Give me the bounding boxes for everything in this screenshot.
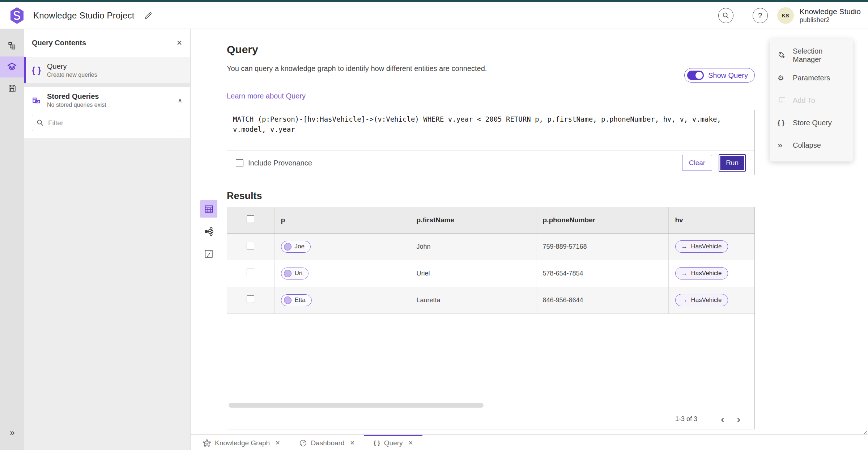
rail-item-save[interactable] (0, 77, 24, 98)
braces-icon: { } (778, 119, 787, 127)
tab-query[interactable]: { } Query ✕ (364, 435, 422, 450)
toggle-label: Show Query (708, 71, 748, 80)
page-prev-icon[interactable]: ‹ (715, 414, 731, 425)
user-role: publisher2 (800, 16, 861, 24)
stored-queries-subtitle: No stored queries exist (47, 102, 106, 108)
scrollbar-thumb[interactable] (229, 403, 484, 408)
add-to-button: Add To (770, 89, 853, 112)
include-provenance-label: Include Provenance (248, 159, 312, 167)
selection-manager-button[interactable]: Selection Manager (770, 44, 853, 67)
bottom-tab-bar: Knowledge Graph ✕ Dashboard ✕ { } Query … (191, 434, 868, 450)
query-description: You can query a knowledge graph to ident… (227, 64, 487, 73)
clear-button[interactable]: Clear (682, 155, 712, 171)
query-item-title: Query (47, 62, 97, 71)
table-row: Joe John 759-889-57168 →HasVehicle (227, 233, 754, 260)
query-item-subtitle: Create new queries (47, 72, 97, 78)
store-query-button[interactable]: { } Store Query (770, 112, 853, 134)
map-view-button[interactable] (200, 245, 217, 262)
learn-more-link[interactable]: Learn more about Query (227, 92, 306, 100)
chevron-up-icon[interactable]: ∧ (178, 97, 182, 104)
tab-close-icon[interactable]: ✕ (350, 440, 354, 446)
main-area: Query You can query a knowledge graph to… (191, 29, 868, 434)
panel-title: Query Contents (32, 39, 86, 47)
results-view-toolbar (200, 200, 217, 268)
row-checkbox[interactable] (247, 269, 254, 276)
panel-filler (24, 138, 190, 450)
panel-item-query[interactable]: { } Query Create new queries (24, 57, 190, 83)
filter-input[interactable] (32, 115, 182, 131)
horizontal-scrollbar[interactable] (227, 401, 754, 409)
parameters-button[interactable]: ⚙ Parameters (770, 67, 853, 89)
tab-knowledge-graph[interactable]: Knowledge Graph ✕ (193, 435, 290, 450)
row-checkbox[interactable] (247, 295, 254, 303)
row-checkbox[interactable] (247, 242, 254, 249)
left-icon-rail: » (0, 29, 24, 450)
relationship-pill[interactable]: →HasVehicle (675, 267, 728, 279)
include-provenance-checkbox[interactable] (236, 159, 243, 167)
resize-handle[interactable] (863, 429, 867, 434)
graph-view-icon (204, 227, 214, 236)
rail-item-layers[interactable] (0, 56, 24, 77)
relationship-pill[interactable]: →HasVehicle (675, 240, 728, 253)
node-icon (284, 243, 292, 251)
stored-queries-icon (32, 96, 47, 105)
page-title: Query (227, 43, 755, 56)
expand-rail-icon[interactable]: » (0, 428, 24, 438)
table-row: Uri Uriel 578-654-7854 →HasVehicle (227, 260, 754, 287)
page-next-icon[interactable]: › (731, 414, 746, 425)
hierarchy-icon (7, 41, 17, 51)
braces-icon: { } (32, 65, 47, 75)
app-header: Knowledge Studio Project ? KS Knowledge … (0, 2, 868, 29)
table-header-row: p p.firstName p.phoneNumber hv (227, 207, 754, 233)
toggle-switch[interactable] (687, 71, 704, 80)
results-table-container: p p.firstName p.phoneNumber hv Joe John … (227, 207, 755, 429)
panel-item-stored-queries[interactable]: Stored Queries No stored queries exist ∧ (32, 92, 182, 108)
node-pill[interactable]: Joe (281, 241, 311, 253)
header-divider (743, 6, 743, 25)
edit-title-icon[interactable] (144, 11, 153, 20)
arrow-right-icon: → (681, 297, 688, 304)
node-pill[interactable]: Uri (281, 268, 309, 279)
table-row: Etta Lauretta 846-956-8644 →HasVehicle (227, 287, 754, 314)
results-table: p p.firstName p.phoneNumber hv Joe John … (227, 207, 754, 314)
tab-close-icon[interactable]: ✕ (275, 440, 280, 446)
project-title: Knowledge Studio Project (33, 10, 135, 21)
table-pagination: 1-3 of 3 ‹ › (227, 409, 754, 429)
query-editor: MATCH (p:Person)-[hv:HasVehicle]->(v:Veh… (227, 110, 755, 175)
query-actions-panel: Selection Manager ⚙ Parameters Add To { … (770, 39, 853, 161)
cell-firstname: Uriel (410, 260, 536, 287)
search-button[interactable] (718, 8, 733, 23)
query-textarea[interactable]: MATCH (p:Person)-[hv:HasVehicle]->(v:Veh… (227, 110, 754, 151)
table-view-icon (204, 204, 214, 214)
node-icon (284, 270, 292, 277)
rail-item-hierarchy[interactable] (0, 35, 24, 56)
selection-manager-icon (778, 51, 787, 60)
collapse-icon: » (778, 140, 787, 150)
col-header-firstname[interactable]: p.firstName (410, 207, 536, 233)
help-button[interactable]: ? (753, 8, 768, 23)
tab-dashboard[interactable]: Dashboard ✕ (290, 435, 364, 450)
show-query-toggle[interactable]: Show Query (684, 68, 755, 83)
app-logo-icon (9, 7, 25, 25)
collapse-button[interactable]: » Collapse (770, 134, 853, 156)
layers-icon (7, 62, 17, 72)
graph-view-button[interactable] (200, 223, 217, 240)
select-all-checkbox[interactable] (247, 215, 254, 223)
braces-icon: { } (374, 440, 380, 447)
col-header-phonenumber[interactable]: p.phoneNumber (536, 207, 668, 233)
col-header-p[interactable]: p (274, 207, 410, 233)
tab-close-icon[interactable]: ✕ (408, 440, 413, 446)
pagination-label: 1-3 of 3 (675, 415, 697, 423)
cell-phone: 759-889-57168 (536, 233, 668, 260)
panel-close-icon[interactable]: ✕ (176, 39, 182, 47)
node-pill[interactable]: Etta (281, 294, 312, 306)
cell-firstname: John (410, 233, 536, 260)
table-view-button[interactable] (200, 200, 217, 218)
col-header-hv[interactable]: hv (668, 207, 754, 233)
map-view-icon (204, 249, 213, 258)
cell-firstname: Lauretta (410, 287, 536, 314)
run-button[interactable]: Run (719, 154, 746, 172)
user-avatar[interactable]: KS (777, 7, 794, 24)
toggle-knob (695, 72, 703, 79)
relationship-pill[interactable]: →HasVehicle (675, 294, 728, 306)
